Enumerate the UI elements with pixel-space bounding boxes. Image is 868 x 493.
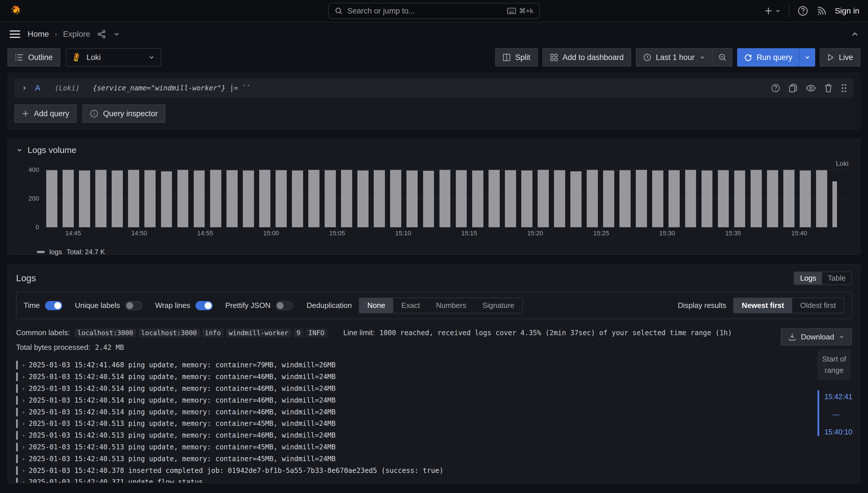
live-button[interactable]: Live bbox=[820, 48, 861, 67]
log-expand-chevron-icon[interactable]: › bbox=[22, 397, 29, 404]
chevron-down-icon bbox=[804, 54, 810, 61]
x-axis-tickmark bbox=[469, 227, 470, 230]
add-to-dashboard-button[interactable]: Add to dashboard bbox=[543, 48, 631, 67]
line-limit-text: 1000 reached, received logs cover 4.35% … bbox=[379, 329, 732, 337]
keyboard-icon bbox=[507, 7, 516, 14]
log-expand-chevron-icon[interactable]: › bbox=[22, 455, 29, 462]
view-option-logs[interactable]: Logs bbox=[794, 272, 822, 284]
new-button[interactable] bbox=[764, 6, 781, 15]
logs-table-toggle[interactable]: LogsTable bbox=[793, 272, 852, 285]
log-row[interactable]: ›2025-01-03 15:42:40.378 inserted comple… bbox=[16, 465, 852, 476]
log-expand-chevron-icon[interactable]: › bbox=[22, 409, 29, 415]
dedup-option-signature[interactable]: Signature bbox=[474, 298, 522, 313]
log-row[interactable]: ›2025-01-03 15:42:40.514 ping update, me… bbox=[16, 383, 852, 394]
grafana-logo-icon[interactable] bbox=[8, 4, 22, 18]
apps-grid-icon bbox=[550, 53, 558, 61]
chart-bar bbox=[718, 170, 729, 228]
wrap-lines-toggle[interactable] bbox=[195, 301, 213, 310]
query-expression[interactable]: {service_name="windmill-worker"} |= `` bbox=[93, 84, 250, 92]
search-placeholder: Search or jump to... bbox=[347, 6, 502, 16]
query-help-icon[interactable] bbox=[771, 84, 780, 93]
chart-bar bbox=[816, 170, 827, 228]
log-row[interactable]: ›2025-01-03 15:42:40.513 ping update, me… bbox=[16, 418, 852, 430]
log-row[interactable]: ›2025-01-03 15:42:40.513 ping update, me… bbox=[16, 453, 852, 465]
log-row[interactable]: ›2025-01-03 15:42:40.514 ping update, me… bbox=[16, 371, 852, 383]
log-row[interactable]: ›2025-01-03 15:42:40.371 update flow sta… bbox=[16, 476, 852, 483]
range-to-time[interactable]: 15:40:10 bbox=[824, 428, 852, 436]
log-expand-chevron-icon[interactable]: › bbox=[22, 444, 29, 451]
breadcrumb-home[interactable]: Home bbox=[27, 29, 49, 39]
collapse-up-icon[interactable] bbox=[851, 30, 859, 38]
deduplication-options[interactable]: NoneExactNumbersSignature bbox=[359, 298, 523, 313]
log-line-text: 2025-01-03 15:42:40.514 ping update, mem… bbox=[29, 385, 336, 392]
x-axis-tick: 14:55 bbox=[197, 230, 213, 237]
outline-label: Outline bbox=[28, 53, 53, 62]
time-toggle[interactable] bbox=[45, 301, 62, 310]
share-icon[interactable] bbox=[97, 29, 106, 39]
chart-bar bbox=[652, 170, 663, 227]
run-query-button[interactable]: Run query bbox=[737, 48, 816, 67]
order-options[interactable]: Newest firstOldest first bbox=[733, 298, 845, 313]
x-axis-tick: 15:35 bbox=[725, 230, 741, 237]
sign-in-button[interactable]: Sign in bbox=[835, 6, 860, 16]
run-query-dropdown[interactable] bbox=[799, 48, 815, 67]
dedup-option-exact[interactable]: Exact bbox=[393, 298, 428, 313]
x-axis-tickmark bbox=[733, 227, 734, 230]
x-axis-tick: 14:50 bbox=[131, 230, 147, 237]
order-option-oldest-first[interactable]: Oldest first bbox=[792, 298, 844, 313]
chart-bar bbox=[669, 170, 680, 227]
log-row[interactable]: ›2025-01-03 15:42:41.468 ping update, me… bbox=[16, 359, 852, 371]
datasource-picker[interactable]: Loki bbox=[66, 48, 161, 67]
chart-legend[interactable]: logs Total: 24.7 K bbox=[37, 248, 852, 256]
outline-button[interactable]: Outline bbox=[7, 48, 60, 67]
x-axis-tick: 15:20 bbox=[527, 230, 543, 237]
log-expand-chevron-icon[interactable]: › bbox=[22, 432, 29, 439]
order-option-newest-first[interactable]: Newest first bbox=[734, 298, 792, 313]
toggle-visibility-eye-icon[interactable] bbox=[806, 84, 816, 92]
chart-bar bbox=[194, 170, 205, 228]
log-row[interactable]: ›2025-01-03 15:42:40.513 ping update, me… bbox=[16, 430, 852, 441]
log-level-bar bbox=[16, 443, 18, 451]
log-row[interactable]: ›2025-01-03 15:42:40.514 ping update, me… bbox=[16, 406, 852, 418]
search-input[interactable]: Search or jump to... ⌘+k bbox=[329, 3, 539, 19]
chart-series-label: Loki bbox=[836, 159, 848, 168]
range-from-time[interactable]: 15:42:41 bbox=[824, 392, 852, 401]
query-inspector-button[interactable]: Query inspector bbox=[82, 104, 165, 123]
log-row[interactable]: ›2025-01-03 15:42:40.513 ping update, me… bbox=[16, 441, 852, 453]
chevron-down-icon[interactable] bbox=[113, 31, 120, 38]
range-dash: — bbox=[824, 410, 839, 419]
log-expand-chevron-icon[interactable]: › bbox=[22, 385, 29, 392]
chart-bar bbox=[587, 170, 598, 227]
x-axis-tickmark bbox=[403, 227, 404, 230]
log-row[interactable]: ›2025-01-03 15:42:40.514 ping update, me… bbox=[16, 394, 852, 406]
collapse-chevron-icon[interactable] bbox=[16, 147, 23, 153]
help-icon[interactable] bbox=[798, 5, 808, 16]
add-query-button[interactable]: Add query bbox=[14, 104, 77, 123]
log-expand-chevron-icon[interactable]: › bbox=[22, 362, 29, 368]
split-button[interactable]: Split bbox=[495, 48, 538, 67]
chart-bar bbox=[489, 170, 500, 227]
breadcrumb-explore[interactable]: Explore bbox=[63, 29, 90, 39]
download-button[interactable]: Download bbox=[781, 328, 852, 345]
news-rss-icon[interactable] bbox=[816, 6, 827, 16]
time-range-picker[interactable]: Last 1 hour bbox=[636, 48, 713, 67]
unique-labels-toggle[interactable] bbox=[125, 301, 142, 310]
prettify-json-toggle[interactable] bbox=[276, 301, 293, 310]
expand-chevron-icon[interactable] bbox=[21, 85, 27, 91]
mega-menu-icon[interactable] bbox=[9, 30, 21, 38]
log-expand-chevron-icon[interactable]: › bbox=[22, 479, 29, 483]
view-option-table[interactable]: Table bbox=[822, 272, 851, 284]
wrap-lines-switch: Wrap lines bbox=[155, 301, 212, 310]
start-of-range-button[interactable]: Start of range bbox=[818, 349, 851, 380]
chart-bar bbox=[406, 170, 418, 228]
drag-handle-icon[interactable] bbox=[841, 84, 847, 93]
legend-series-name[interactable]: logs bbox=[49, 248, 62, 256]
log-expand-chevron-icon[interactable]: › bbox=[22, 373, 29, 380]
zoom-out-range-button[interactable] bbox=[713, 48, 733, 67]
dedup-option-numbers[interactable]: Numbers bbox=[428, 298, 474, 313]
log-expand-chevron-icon[interactable]: › bbox=[22, 467, 29, 474]
duplicate-query-icon[interactable] bbox=[789, 84, 798, 93]
log-expand-chevron-icon[interactable]: › bbox=[22, 420, 29, 427]
delete-query-trash-icon[interactable] bbox=[824, 84, 832, 92]
dedup-option-none[interactable]: None bbox=[359, 298, 393, 313]
